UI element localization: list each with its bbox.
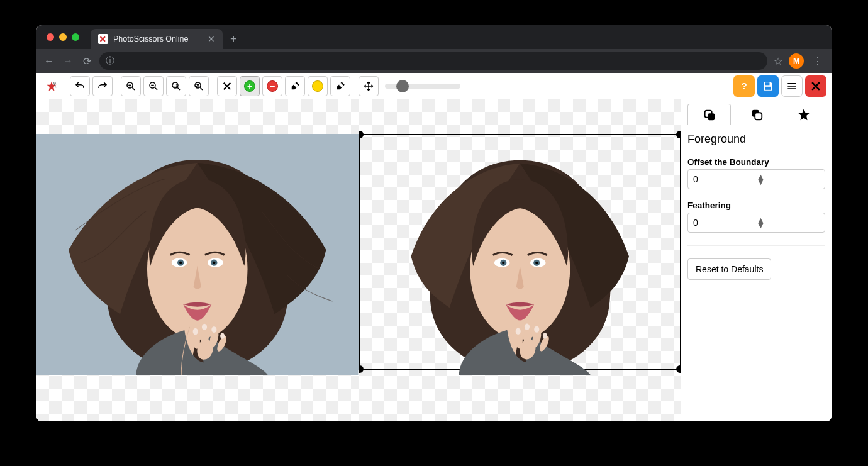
divider xyxy=(687,245,825,246)
stepper-arrows-icon[interactable]: ▲▼ xyxy=(757,218,820,228)
browser-address-bar: ← → ⟳ ⓘ ☆ M ⋮ xyxy=(36,49,832,73)
crop-handle-br[interactable] xyxy=(676,365,681,373)
zoom-out-button[interactable] xyxy=(143,76,164,96)
reset-defaults-button[interactable]: Reset to Defaults xyxy=(687,258,771,280)
window-controls xyxy=(43,25,84,49)
layers-filled-icon xyxy=(703,108,716,122)
tab-title: PhotoScissors Online xyxy=(113,35,189,43)
browser-menu-icon[interactable]: ⋮ xyxy=(810,55,825,67)
svg-point-31 xyxy=(535,262,538,264)
zoom-actual-button[interactable]: 1:1 xyxy=(166,76,186,96)
close-window-icon[interactable] xyxy=(47,33,54,41)
new-tab-button[interactable]: + xyxy=(223,29,245,49)
svg-point-38 xyxy=(524,324,529,330)
offset-stepper[interactable]: 0 ▲▼ xyxy=(687,169,825,189)
close-app-button[interactable] xyxy=(805,75,826,97)
side-tab-favorites[interactable] xyxy=(782,103,825,125)
mark-foreground-button[interactable]: + xyxy=(240,76,260,96)
side-tab-foreground[interactable] xyxy=(687,104,731,125)
offset-value: 0 xyxy=(693,174,757,184)
zoom-fit-button[interactable] xyxy=(189,76,209,96)
crop-handle-tr[interactable] xyxy=(676,131,681,138)
original-pane[interactable] xyxy=(36,99,359,421)
original-image xyxy=(36,134,359,370)
svg-text:1:1: 1:1 xyxy=(173,83,177,87)
portrait-illustration xyxy=(36,134,359,375)
offset-label: Offset the Boundary xyxy=(687,157,825,167)
menu-button[interactable] xyxy=(781,75,803,97)
svg-rect-7 xyxy=(765,86,771,89)
app-logo-icon xyxy=(42,76,62,96)
svg-point-40 xyxy=(542,333,547,338)
feather-label: Feathering xyxy=(687,201,825,210)
svg-point-23 xyxy=(211,326,216,333)
favicon-icon xyxy=(98,34,108,44)
svg-point-14 xyxy=(179,262,182,264)
help-button[interactable]: ? xyxy=(733,75,755,97)
result-portrait-illustration xyxy=(360,135,681,375)
clear-marks-button[interactable] xyxy=(217,76,237,96)
feather-value: 0 xyxy=(693,218,757,228)
offset-field: Offset the Boundary 0 ▲▼ xyxy=(687,152,825,189)
svg-point-21 xyxy=(193,328,198,335)
bookmark-icon[interactable]: ☆ xyxy=(774,55,782,67)
erase-hair-button[interactable] xyxy=(330,76,350,96)
panel-heading: Foreground xyxy=(687,133,825,146)
slider-knob[interactable] xyxy=(396,80,409,92)
back-icon[interactable]: ← xyxy=(43,55,55,67)
svg-point-37 xyxy=(515,328,520,335)
move-button[interactable] xyxy=(359,76,379,96)
svg-rect-6 xyxy=(765,82,770,85)
app-content: Foreground Offset the Boundary 0 ▲▼ Feat… xyxy=(36,99,832,421)
forward-icon: → xyxy=(62,55,74,67)
side-panel: Foreground Offset the Boundary 0 ▲▼ Feat… xyxy=(681,99,832,421)
svg-text:?: ? xyxy=(741,80,747,91)
svg-point-39 xyxy=(534,326,539,333)
redo-button[interactable] xyxy=(92,76,113,96)
close-tab-icon[interactable]: ✕ xyxy=(208,34,215,44)
result-pane[interactable] xyxy=(359,99,681,421)
svg-rect-44 xyxy=(755,113,762,119)
brush-size-slider[interactable] xyxy=(385,84,460,89)
browser-tab[interactable]: PhotoScissors Online ✕ xyxy=(91,29,223,49)
maximize-window-icon[interactable] xyxy=(72,33,79,41)
mark-hair-button[interactable] xyxy=(308,76,328,96)
avatar-initial: M xyxy=(793,57,799,65)
svg-rect-42 xyxy=(708,113,715,120)
undo-button[interactable] xyxy=(70,76,90,96)
layers-outline-icon xyxy=(750,108,764,121)
svg-point-24 xyxy=(220,333,225,339)
app-toolbar: 1:1 + − ? xyxy=(36,73,832,99)
erase-foreground-button[interactable] xyxy=(285,76,305,96)
browser-tabbar: PhotoScissors Online ✕ + xyxy=(36,25,832,49)
reload-icon[interactable]: ⟳ xyxy=(81,55,93,67)
crop-rectangle[interactable] xyxy=(359,134,681,370)
feather-stepper[interactable]: 0 ▲▼ xyxy=(687,213,825,233)
svg-point-15 xyxy=(213,262,215,264)
canvas-area xyxy=(36,99,681,421)
stepper-arrows-icon[interactable]: ▲▼ xyxy=(757,174,820,184)
feather-field: Feathering 0 ▲▼ xyxy=(687,196,825,233)
app-root: 1:1 + − ? xyxy=(36,73,832,421)
browser-window: PhotoScissors Online ✕ + ← → ⟳ ⓘ ☆ M ⋮ 1… xyxy=(36,25,832,421)
svg-point-30 xyxy=(502,262,504,264)
mark-background-button[interactable]: − xyxy=(262,76,282,96)
side-tabs xyxy=(687,103,825,125)
url-input[interactable]: ⓘ xyxy=(99,52,767,70)
svg-point-22 xyxy=(202,324,207,330)
profile-avatar[interactable]: M xyxy=(789,53,804,69)
site-info-icon[interactable]: ⓘ xyxy=(106,55,114,67)
minimize-window-icon[interactable] xyxy=(59,33,67,41)
side-tab-background[interactable] xyxy=(735,103,778,125)
star-icon xyxy=(797,108,811,121)
save-button[interactable] xyxy=(757,75,779,97)
zoom-in-button[interactable] xyxy=(121,76,141,96)
